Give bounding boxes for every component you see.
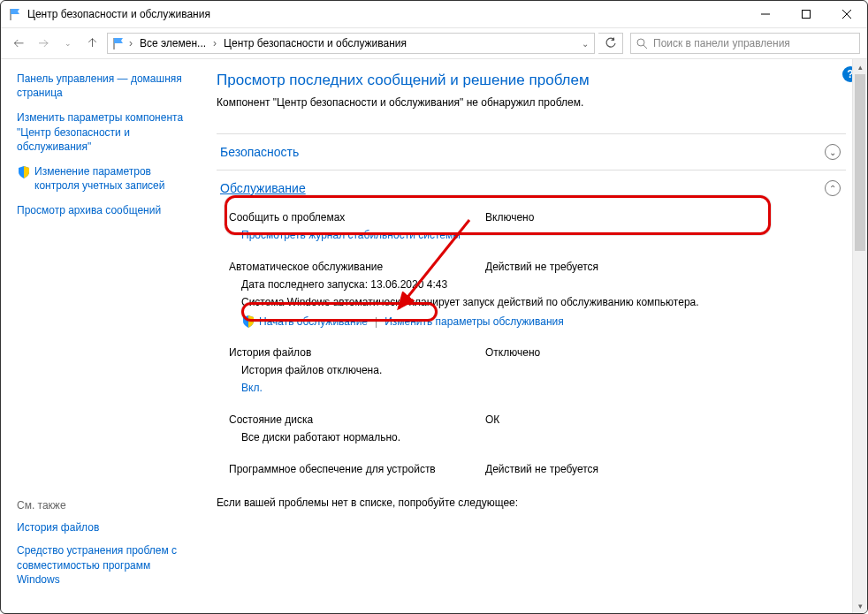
sidebar-archive[interactable]: Просмотр архива сообщений <box>17 203 187 217</box>
refresh-button[interactable] <box>598 33 623 54</box>
disk-label: Состояние диска <box>229 413 485 426</box>
minimize-button[interactable] <box>745 1 786 27</box>
section-maintenance[interactable]: Обслуживание ⌃ <box>217 170 846 206</box>
main-panel: ? Просмотр последних сообщений и решение… <box>195 59 867 613</box>
sidebar-home[interactable]: Панель управления — домашняя страница <box>17 72 187 100</box>
report-status: Включено <box>485 211 534 224</box>
chevron-right-icon[interactable]: › <box>127 37 134 49</box>
breadcrumb-2[interactable]: Центр безопасности и обслуживания <box>220 37 410 49</box>
reliability-link[interactable]: Просмотреть журнал стабильности системы <box>241 229 461 241</box>
automaint-lastrun: Дата последнего запуска: 13.06.2020 4:43 <box>241 277 837 292</box>
up-button[interactable]: 🡡 <box>82 33 103 54</box>
footer-text: Если вашей проблемы нет в списке, попроб… <box>217 497 846 509</box>
block-drivers: Программное обеспечение для устройств Де… <box>217 458 846 491</box>
shield-icon <box>241 315 255 329</box>
disk-desc: Все диски работают нормально. <box>241 429 837 445</box>
page-subtext: Компонент "Центр безопасности и обслужив… <box>217 96 846 109</box>
back-button[interactable]: 🡠 <box>8 33 29 54</box>
maximize-button[interactable] <box>786 1 826 27</box>
drivers-label: Программное обеспечение для устройств <box>229 463 485 475</box>
section-security[interactable]: Безопасность ⌄ <box>217 133 846 170</box>
separator: | <box>375 315 377 328</box>
block-filehist: История файлов Отключено История файлов … <box>217 341 846 408</box>
automaint-label: Автоматическое обслуживание <box>229 261 485 273</box>
sidebar: Панель управления — домашняя страница Из… <box>1 59 195 613</box>
see-also-header: См. также <box>17 499 187 512</box>
automaint-status: Действий не требуется <box>485 261 598 273</box>
change-maint-link[interactable]: Изменить параметры обслуживания <box>385 315 564 328</box>
recent-dropdown[interactable]: ⌄ <box>57 33 79 54</box>
automaint-desc: Система Windows автоматически планирует … <box>241 294 837 310</box>
scroll-down-icon[interactable]: ▾ <box>853 598 867 613</box>
disk-status: ОК <box>485 413 499 426</box>
svg-point-1 <box>637 39 644 46</box>
sidebar-filehistory[interactable]: История файлов <box>17 520 187 534</box>
navbar: 🡠 🡢 ⌄ 🡡 › Все элемен... › Центр безопасн… <box>1 27 867 59</box>
filehist-status: Отключено <box>485 346 540 359</box>
search-icon <box>636 38 648 49</box>
chevron-down-icon[interactable]: ⌄ <box>825 144 841 160</box>
scroll-thumb[interactable] <box>855 74 865 251</box>
search-input[interactable]: Поиск в панели управления <box>630 33 860 54</box>
filehist-desc: История файлов отключена. <box>241 362 837 378</box>
start-maint-link[interactable]: Начать обслуживание <box>259 315 368 328</box>
block-report: Сообщить о проблемах Включено Просмотрет… <box>217 206 846 255</box>
scrollbar[interactable]: ▴ ▾ <box>852 59 867 613</box>
flag-icon <box>8 7 22 21</box>
svg-rect-0 <box>803 11 811 19</box>
chevron-down-icon[interactable]: ⌄ <box>580 39 590 49</box>
titlebar: Центр безопасности и обслуживания <box>1 1 867 27</box>
filehist-label: История файлов <box>229 346 485 359</box>
search-placeholder: Поиск в панели управления <box>653 37 790 49</box>
forward-button: 🡢 <box>33 33 54 54</box>
block-automaint: Автоматическое обслуживание Действий не … <box>217 255 846 341</box>
section-security-label: Безопасность <box>220 145 299 159</box>
close-button[interactable] <box>826 1 867 27</box>
block-disk: Состояние диска ОК Все диски работают но… <box>217 408 846 458</box>
drivers-status: Действий не требуется <box>485 463 598 475</box>
page-title: Просмотр последних сообщений и решение п… <box>217 72 846 89</box>
flag-icon <box>111 36 126 50</box>
sidebar-compat-troubleshoot[interactable]: Средство устранения проблем с совместимо… <box>17 543 187 587</box>
breadcrumb-1[interactable]: Все элемен... <box>136 37 209 49</box>
report-label: Сообщить о проблемах <box>229 211 485 224</box>
window-title: Центр безопасности и обслуживания <box>27 8 210 20</box>
section-maintenance-label: Обслуживание <box>220 181 306 195</box>
filehist-enable-link[interactable]: Вкл. <box>241 382 263 394</box>
sidebar-change-settings[interactable]: Изменить параметры компонента "Центр без… <box>17 110 187 154</box>
sidebar-uac[interactable]: Изменение параметров контроля учетных за… <box>34 164 187 193</box>
address-bar[interactable]: › Все элемен... › Центр безопасности и о… <box>107 33 595 54</box>
chevron-right-icon[interactable]: › <box>211 37 218 49</box>
shield-icon <box>17 165 31 179</box>
scroll-up-icon[interactable]: ▴ <box>853 59 867 74</box>
chevron-up-icon[interactable]: ⌃ <box>825 180 841 196</box>
